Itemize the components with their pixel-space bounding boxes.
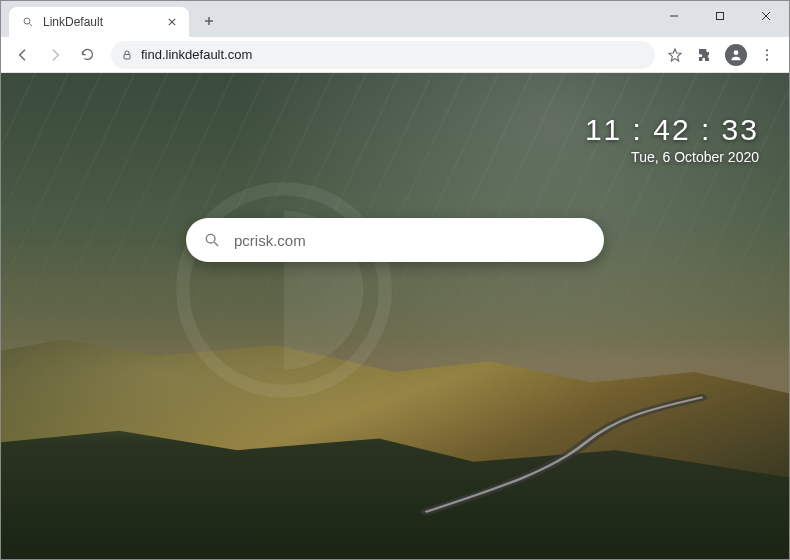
reload-button[interactable]	[73, 41, 101, 69]
svg-point-16	[206, 234, 215, 243]
svg-rect-7	[717, 13, 724, 20]
profile-avatar-icon[interactable]	[725, 44, 747, 66]
svg-line-17	[214, 242, 218, 246]
svg-point-12	[766, 49, 768, 51]
browser-toolbar: find.linkdefault.com	[1, 37, 789, 73]
forward-button[interactable]	[41, 41, 69, 69]
browser-tab[interactable]: LinkDefault	[9, 7, 189, 37]
clock-time: 11 : 42 : 33	[585, 113, 759, 147]
back-button[interactable]	[9, 41, 37, 69]
svg-point-14	[766, 58, 768, 60]
svg-point-13	[766, 53, 768, 55]
search-input[interactable]	[234, 232, 586, 249]
new-tab-button[interactable]	[195, 7, 223, 35]
lock-icon	[121, 49, 133, 61]
search-icon	[204, 232, 220, 248]
extensions-puzzle-icon[interactable]	[695, 45, 715, 65]
tab-close-icon[interactable]	[165, 15, 179, 29]
window-maximize-button[interactable]	[697, 1, 743, 31]
clock-date: Tue, 6 October 2020	[585, 149, 759, 165]
browser-window: LinkDefault	[0, 0, 790, 560]
window-controls	[651, 1, 789, 31]
svg-rect-10	[124, 54, 130, 59]
bookmark-star-icon[interactable]	[665, 45, 685, 65]
address-bar[interactable]: find.linkdefault.com	[111, 41, 655, 69]
titlebar: LinkDefault	[1, 1, 789, 37]
address-bar-url: find.linkdefault.com	[141, 47, 252, 62]
window-minimize-button[interactable]	[651, 1, 697, 31]
tab-title: LinkDefault	[43, 15, 157, 29]
search-bar[interactable]	[186, 218, 604, 262]
kebab-menu-icon[interactable]	[757, 45, 777, 65]
page-content: 11 : 42 : 33 Tue, 6 October 2020	[1, 73, 789, 559]
clock-widget: 11 : 42 : 33 Tue, 6 October 2020	[585, 113, 759, 165]
tab-favicon-search-icon	[21, 15, 35, 29]
window-close-button[interactable]	[743, 1, 789, 31]
toolbar-right-icons	[665, 44, 781, 66]
svg-point-11	[734, 50, 739, 55]
svg-line-1	[30, 24, 33, 27]
svg-point-0	[24, 18, 30, 24]
